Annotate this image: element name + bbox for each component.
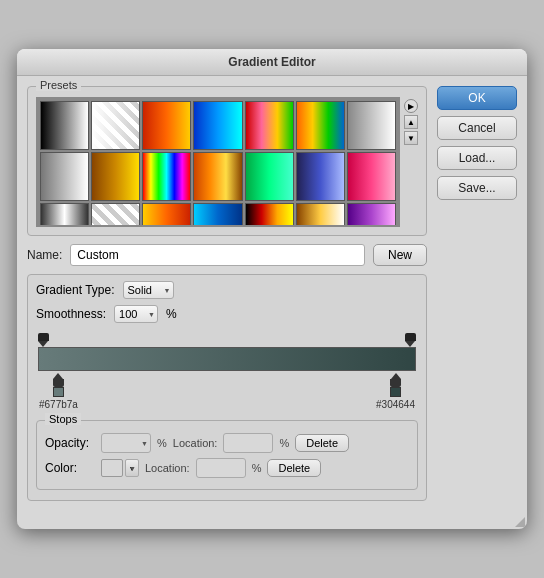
preset-item-14[interactable] [347,152,396,201]
preset-item-15[interactable] [40,203,89,227]
gradient-type-label: Gradient Type: [36,283,115,297]
color-handle-left-color [53,387,64,397]
preset-item-6[interactable] [296,101,345,150]
load-button[interactable]: Load... [437,146,517,170]
opacity-location-input[interactable] [223,433,273,453]
name-input[interactable] [70,244,365,266]
presets-section: Presets ▶ ▲ ▼ [27,86,427,236]
gradient-settings-section: Gradient Type: Solid Noise Smoothness: 1… [27,274,427,501]
stops-section: Stops Opacity: % Location: % De [36,420,418,490]
name-label: Name: [27,248,62,262]
cancel-button[interactable]: Cancel [437,116,517,140]
left-panel: Presets ▶ ▲ ▼ Name: New [27,86,427,509]
color-swatch-wrap: ▼ [101,459,139,477]
color-dropdown-wrap: ▼ [125,459,139,477]
smoothness-select[interactable]: 100 75 50 25 0 [114,305,158,323]
opacity-location-percent: % [279,437,289,449]
gradient-type-select[interactable]: Solid Noise [123,281,174,299]
opacity-value-wrap [101,433,151,453]
ok-button[interactable]: OK [437,86,517,110]
color-stop-right-hex: #304644 [376,399,415,410]
color-handle-right-body [390,379,401,387]
resize-area [17,519,527,529]
opacity-delete-button[interactable]: Delete [295,434,349,452]
opacity-value-input[interactable] [101,433,151,453]
preset-item-3[interactable] [142,101,191,150]
color-location-label: Location: [145,462,190,474]
preset-item-4[interactable] [193,101,242,150]
new-button[interactable]: New [373,244,427,266]
color-handle-right-color [390,387,401,397]
color-handle-left-body [53,379,64,387]
preset-item-17[interactable] [142,203,191,227]
preset-item-18[interactable] [193,203,242,227]
scroll-up-button[interactable]: ▲ [404,115,418,129]
name-row: Name: New [27,244,427,266]
color-label: Color: [45,461,95,475]
preset-item-12[interactable] [245,152,294,201]
preset-item-11[interactable] [193,152,242,201]
title-bar: Gradient Editor [17,49,527,76]
opacity-handle-right[interactable] [405,333,416,347]
dialog-title: Gradient Editor [228,55,315,69]
preset-item-16[interactable] [91,203,140,227]
opacity-percent: % [157,437,167,449]
gradient-type-select-wrap: Solid Noise [123,281,174,299]
gradient-track: #677b7a #304644 [38,333,416,410]
preset-item-2[interactable] [91,101,140,150]
color-stop-left: #677b7a [39,373,78,410]
smoothness-label: Smoothness: [36,307,106,321]
color-location-percent: % [252,462,262,474]
preset-item-21[interactable] [347,203,396,227]
preset-item-8[interactable] [40,152,89,201]
preset-item-9[interactable] [91,152,140,201]
preset-item-1[interactable] [40,101,89,150]
preset-item-20[interactable] [296,203,345,227]
preset-item-13[interactable] [296,152,345,201]
resize-handle[interactable] [515,517,527,529]
right-panel: OK Cancel Load... Save... [437,86,517,509]
gradient-type-row: Gradient Type: Solid Noise [36,281,418,299]
color-handles: #677b7a #304644 [38,373,416,410]
presets-expand-icon[interactable]: ▶ [404,99,418,113]
preset-item-7[interactable] [347,101,396,150]
stops-label: Stops [45,413,81,425]
stops-opacity-row: Opacity: % Location: % Delete [45,433,409,453]
color-stop-right: #304644 [376,373,415,410]
smoothness-row: Smoothness: 100 75 50 25 0 % [36,305,418,323]
color-swatch[interactable] [101,459,123,477]
gradient-bar[interactable] [38,347,416,371]
opacity-location-label: Location: [173,437,218,449]
color-stop-left-hex: #677b7a [39,399,78,410]
save-button[interactable]: Save... [437,176,517,200]
dialog-body: Presets ▶ ▲ ▼ Name: New [17,76,527,519]
smoothness-select-wrap: 100 75 50 25 0 [114,305,158,323]
opacity-handle-left[interactable] [38,333,49,347]
preset-item-19[interactable] [245,203,294,227]
stops-inner: Opacity: % Location: % Delete [45,433,409,478]
smoothness-unit: % [166,307,177,321]
stops-color-row: Color: ▼ Location: % Dele [45,458,409,478]
presets-grid [36,97,400,227]
opacity-label: Opacity: [45,436,95,450]
color-location-input[interactable] [196,458,246,478]
presets-label: Presets [36,79,81,91]
preset-item-5[interactable] [245,101,294,150]
opacity-handles [38,333,416,347]
gradient-editor-dialog: Gradient Editor Presets ▶ ▲ ▼ [17,49,527,529]
color-delete-button[interactable]: Delete [267,459,321,477]
scroll-down-button[interactable]: ▼ [404,131,418,145]
preset-item-10[interactable] [142,152,191,201]
